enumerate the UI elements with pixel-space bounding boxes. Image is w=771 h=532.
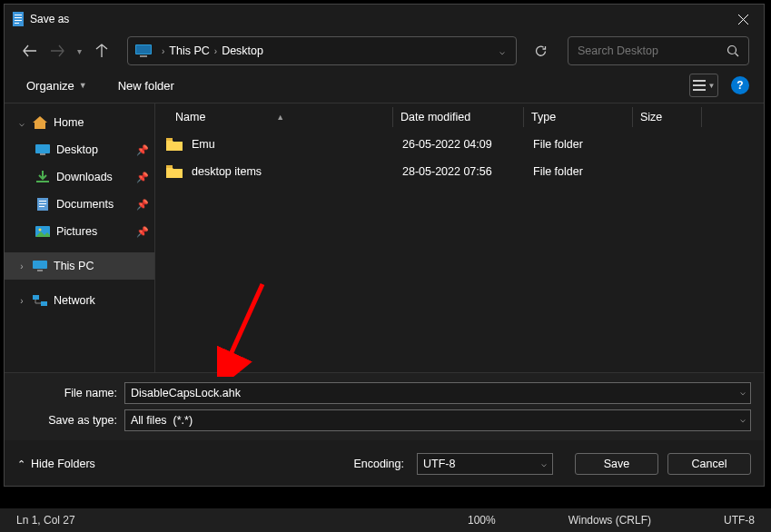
table-row[interactable]: desktop items 28-05-2022 07:56 File fold… [155, 158, 764, 185]
network-icon [33, 293, 47, 308]
help-button[interactable]: ? [731, 76, 749, 94]
search-icon [727, 44, 739, 57]
folder-icon [166, 165, 183, 178]
cancel-button[interactable]: Cancel [667, 453, 751, 475]
crumb-desktop[interactable]: Desktop [222, 44, 263, 57]
chevron-right-icon: › [17, 261, 26, 271]
svg-rect-24 [41, 301, 47, 306]
sidebar: ⌵ Home Desktop 📌 Downloads 📌 Documents 📌 [5, 103, 155, 372]
filename-input[interactable] [124, 382, 751, 404]
close-button[interactable] [722, 5, 764, 34]
filename-label: File name: [17, 387, 124, 399]
address-bar[interactable]: › This PC › Desktop ⌵ [127, 36, 517, 65]
encoding-select[interactable]: UTF-8 ⌵ [417, 453, 553, 475]
column-size[interactable]: Size [633, 107, 702, 127]
pc-icon [33, 259, 47, 273]
statusbar: Ln 1, Col 27 100% Windows (CRLF) UTF-8 [0, 508, 771, 532]
chevron-up-icon: ⌃ [17, 458, 25, 470]
svg-rect-9 [693, 80, 706, 82]
svg-rect-4 [15, 23, 19, 24]
sidebar-item-pictures[interactable]: Pictures 📌 [5, 218, 154, 245]
titlebar: Save as [5, 5, 764, 34]
sidebar-item-thispc[interactable]: › This PC [5, 252, 154, 280]
sidebar-item-home[interactable]: ⌵ Home [5, 109, 154, 136]
column-headers: Name▲ Date modified Type Size [155, 103, 764, 131]
status-encoding: UTF-8 [724, 514, 755, 527]
save-button[interactable]: Save [575, 453, 658, 475]
window-title: Save as [30, 13, 69, 25]
arrow-up-icon [95, 44, 108, 58]
main-area: ⌵ Home Desktop 📌 Downloads 📌 Documents 📌 [5, 103, 764, 372]
sidebar-item-desktop[interactable]: Desktop 📌 [5, 136, 154, 163]
desktop-icon [35, 143, 50, 157]
bottom-panel: File name: ⌵ Save as type: ⌵ [5, 372, 764, 440]
arrow-left-icon [23, 44, 37, 57]
svg-rect-13 [40, 153, 45, 155]
download-icon [35, 170, 50, 184]
svg-rect-21 [33, 261, 47, 269]
save-as-dialog: Save as ▾ › This PC › Desktop ⌵ [4, 4, 765, 487]
history-dropdown[interactable]: ▾ [77, 46, 82, 56]
sidebar-item-network[interactable]: › Network [5, 287, 154, 314]
svg-rect-6 [136, 45, 151, 54]
refresh-icon [534, 44, 548, 58]
svg-rect-12 [35, 144, 50, 153]
svg-rect-0 [13, 12, 24, 26]
status-position: Ln 1, Col 27 [16, 514, 75, 527]
pin-icon: 📌 [136, 144, 149, 156]
view-button[interactable]: ▼ [689, 74, 718, 97]
status-zoom: 100% [468, 514, 496, 527]
svg-point-8 [728, 46, 736, 54]
document-icon [12, 12, 25, 26]
chevron-down-icon: ⌵ [17, 118, 26, 128]
svg-rect-17 [39, 203, 46, 204]
status-eol: Windows (CRLF) [568, 514, 651, 527]
home-icon [33, 115, 47, 130]
navbar: ▾ › This PC › Desktop ⌵ [5, 34, 764, 68]
pin-icon: 📌 [136, 226, 149, 238]
chevron-down-icon: ▼ [708, 82, 716, 90]
address-dropdown[interactable]: ⌵ [496, 43, 509, 60]
svg-rect-14 [36, 181, 49, 182]
list-icon [693, 80, 706, 91]
forward-button[interactable] [46, 40, 68, 62]
svg-rect-7 [140, 55, 147, 57]
table-row[interactable]: Emu 26-05-2022 04:09 File folder [155, 131, 764, 158]
column-date[interactable]: Date modified [393, 107, 524, 127]
chevron-down-icon: ⌵ [541, 458, 547, 468]
close-icon [738, 15, 748, 25]
document-icon [35, 197, 50, 212]
svg-point-20 [39, 229, 42, 232]
sidebar-item-downloads[interactable]: Downloads 📌 [5, 163, 154, 191]
pictures-icon [35, 224, 50, 239]
svg-rect-25 [166, 138, 173, 141]
svg-rect-11 [693, 89, 706, 91]
toolbar: Organize ▼ New folder ▼ ? [5, 68, 764, 103]
separator-icon: › [214, 46, 217, 56]
column-type[interactable]: Type [524, 107, 633, 127]
column-name[interactable]: Name▲ [172, 107, 393, 127]
refresh-button[interactable] [526, 36, 555, 65]
svg-rect-10 [693, 84, 706, 86]
organize-button[interactable]: Organize ▼ [19, 75, 94, 96]
hide-folders-button[interactable]: ⌃ Hide Folders [17, 458, 95, 470]
up-button[interactable] [91, 40, 113, 62]
pin-icon: 📌 [136, 172, 149, 183]
svg-rect-1 [15, 15, 22, 15]
sidebar-item-documents[interactable]: Documents 📌 [5, 191, 154, 218]
pc-icon [135, 44, 152, 57]
svg-rect-2 [15, 17, 22, 18]
saveastype-select[interactable] [124, 409, 751, 431]
svg-rect-18 [39, 206, 44, 207]
footer: ⌃ Hide Folders Encoding: UTF-8 ⌵ Save Ca… [5, 440, 764, 486]
crumb-thispc[interactable]: This PC [169, 44, 209, 57]
back-button[interactable] [19, 40, 41, 62]
encoding-label: Encoding: [353, 458, 404, 470]
pin-icon: 📌 [136, 199, 149, 211]
search-box[interactable] [568, 36, 749, 65]
chevron-right-icon: › [17, 296, 26, 306]
new-folder-button[interactable]: New folder [111, 75, 182, 96]
sort-icon: ▲ [276, 113, 284, 122]
arrow-right-icon [50, 44, 64, 57]
search-input[interactable] [578, 44, 721, 57]
